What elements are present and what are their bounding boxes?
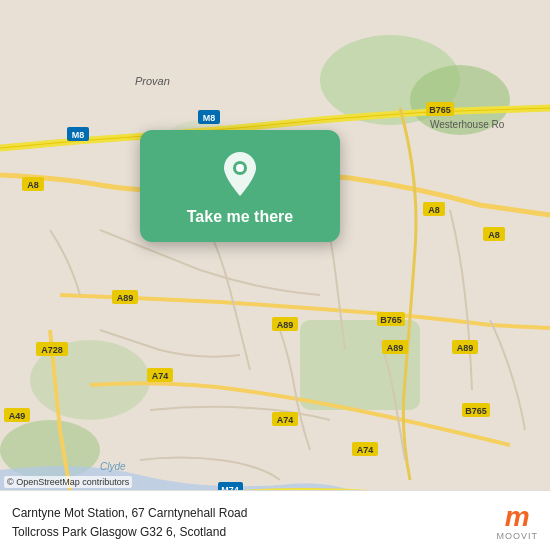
svg-text:A89: A89 (117, 293, 134, 303)
map-container: Provan Westerhouse Ro M8 M8 M74 A8 A8 A8… (0, 0, 550, 550)
moovit-logo: m moovit (497, 503, 539, 541)
svg-text:B765: B765 (380, 315, 402, 325)
svg-text:A49: A49 (9, 411, 26, 421)
svg-text:A89: A89 (387, 343, 404, 353)
info-bar: Carntyne Mot Station, 67 Carntynehall Ro… (0, 490, 550, 550)
svg-text:M8: M8 (72, 130, 85, 140)
moovit-brand-name: moovit (497, 531, 539, 541)
map-svg: Provan Westerhouse Ro M8 M8 M74 A8 A8 A8… (0, 0, 550, 550)
address-text: Carntyne Mot Station, 67 Carntynehall Ro… (12, 506, 247, 539)
svg-text:Westerhouse Ro: Westerhouse Ro (430, 119, 505, 130)
svg-text:A74: A74 (357, 445, 374, 455)
svg-text:Clyde: Clyde (100, 461, 126, 472)
popup-label: Take me there (187, 208, 293, 226)
take-me-there-popup[interactable]: Take me there (140, 130, 340, 242)
svg-text:A74: A74 (277, 415, 294, 425)
svg-text:A89: A89 (277, 320, 294, 330)
svg-text:A8: A8 (428, 205, 440, 215)
osm-credit: © OpenStreetMap contributors (4, 476, 132, 488)
svg-text:A728: A728 (41, 345, 63, 355)
svg-text:B765: B765 (429, 105, 451, 115)
svg-text:A8: A8 (488, 230, 500, 240)
svg-text:A89: A89 (457, 343, 474, 353)
svg-text:B765: B765 (465, 406, 487, 416)
svg-point-47 (236, 164, 244, 172)
svg-text:A74: A74 (152, 371, 169, 381)
location-pin-icon (220, 150, 260, 198)
svg-text:M8: M8 (203, 113, 216, 123)
svg-rect-3 (300, 320, 420, 410)
svg-text:Provan: Provan (135, 75, 170, 87)
address-block: Carntyne Mot Station, 67 Carntynehall Ro… (12, 503, 487, 541)
svg-text:A8: A8 (27, 180, 39, 190)
moovit-m-letter: m (505, 503, 530, 531)
